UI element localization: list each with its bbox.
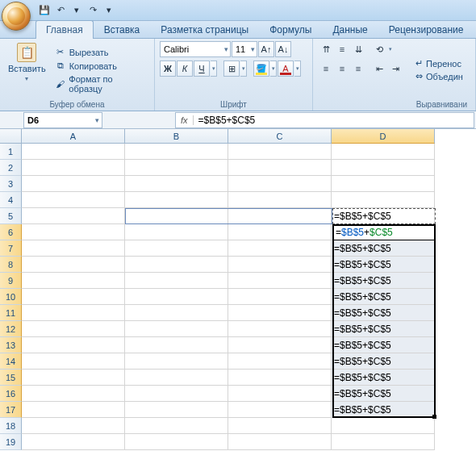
cell[interactable] [125, 337, 228, 353]
cell[interactable] [332, 434, 435, 450]
cell[interactable] [22, 305, 125, 321]
row-header[interactable]: 8 [0, 257, 22, 273]
active-cell[interactable]: =$B$5+$C$5 [332, 224, 436, 240]
cell[interactable] [125, 353, 228, 370]
cell[interactable] [22, 240, 125, 257]
align-right-icon[interactable]: ≡ [350, 61, 366, 77]
row-header[interactable]: 19 [0, 434, 22, 450]
cell[interactable] [125, 370, 228, 386]
cell[interactable] [125, 208, 228, 224]
cell[interactable] [22, 370, 125, 386]
cell[interactable] [228, 257, 332, 273]
undo-icon[interactable]: ↶ [53, 3, 68, 18]
row-header[interactable]: 11 [0, 305, 22, 321]
font-color-button[interactable]: A [278, 61, 294, 77]
cell[interactable] [125, 434, 228, 450]
cell[interactable] [228, 353, 332, 370]
cell[interactable] [22, 257, 125, 273]
cell[interactable]: =$B$5+$C$5 [332, 370, 435, 386]
cell[interactable] [22, 192, 125, 208]
cell[interactable] [22, 176, 125, 192]
cell[interactable] [228, 434, 332, 450]
orientation-dropdown[interactable]: ▾ [387, 41, 394, 57]
cell[interactable] [228, 240, 332, 257]
tab-formulas[interactable]: Формулы [259, 20, 322, 39]
cell[interactable] [332, 160, 435, 176]
align-center-icon[interactable]: ≡ [334, 61, 350, 77]
tab-data[interactable]: Данные [322, 20, 378, 39]
qat-customize-icon[interactable]: ▾ [102, 3, 116, 18]
cell[interactable] [332, 192, 435, 208]
row-header[interactable]: 9 [0, 273, 22, 289]
italic-button[interactable]: К [177, 61, 193, 77]
cell[interactable] [22, 386, 125, 402]
row-header[interactable]: 3 [0, 176, 22, 192]
border-button[interactable]: ⊞ [223, 61, 240, 77]
row-header[interactable]: 18 [0, 418, 22, 434]
row-header[interactable]: 13 [0, 337, 22, 353]
col-header[interactable]: B [125, 129, 228, 144]
cut-button[interactable]: ✂Вырезать [52, 46, 149, 59]
cell[interactable] [228, 160, 332, 176]
cell[interactable] [228, 386, 332, 402]
cell[interactable] [22, 144, 125, 160]
cell[interactable] [125, 257, 228, 273]
cell[interactable] [228, 144, 332, 160]
cell[interactable] [125, 273, 228, 289]
cell[interactable] [228, 224, 332, 240]
row-header[interactable]: 1 [0, 144, 22, 160]
row-header[interactable]: 14 [0, 353, 22, 370]
cell[interactable] [228, 176, 332, 192]
cell[interactable] [125, 224, 228, 240]
cell[interactable]: =$B$5+$C$5 [332, 337, 435, 353]
cell[interactable] [22, 418, 125, 434]
cell[interactable] [228, 370, 332, 386]
cell[interactable] [228, 289, 332, 305]
cell[interactable] [22, 208, 125, 224]
cell[interactable] [125, 240, 228, 257]
select-all-button[interactable] [0, 129, 22, 144]
cell[interactable] [228, 208, 332, 224]
cell[interactable] [125, 386, 228, 402]
cell[interactable] [125, 144, 228, 160]
cell[interactable] [125, 289, 228, 305]
cell[interactable] [332, 144, 435, 160]
fill-color-dropdown[interactable]: ▾ [270, 61, 277, 77]
col-header[interactable]: C [228, 129, 332, 144]
cell[interactable]: =$B$5+$C$5 [332, 321, 435, 337]
cell[interactable]: =$B$5+$C$5 [332, 305, 435, 321]
cell[interactable] [22, 224, 125, 240]
paste-dropdown-icon[interactable]: ▾ [25, 75, 28, 82]
font-name-select[interactable]: Calibri [160, 41, 231, 57]
cell[interactable] [125, 176, 228, 192]
orientation-icon[interactable]: ⟲ [371, 41, 387, 57]
tab-layout[interactable]: Разметка страницы [150, 20, 259, 39]
cell[interactable] [22, 337, 125, 353]
cell[interactable] [125, 160, 228, 176]
row-header[interactable]: 12 [0, 321, 22, 337]
underline-button[interactable]: Ч [194, 61, 210, 77]
col-header[interactable]: D [332, 129, 435, 144]
cell[interactable] [228, 321, 332, 337]
cell[interactable]: =$B$5+$C$5 [332, 257, 435, 273]
cell[interactable]: =$B$5+$C$5 [332, 386, 435, 402]
cell[interactable] [125, 321, 228, 337]
cell[interactable]: =$B$5+$C$5 [332, 289, 435, 305]
wrap-text-button[interactable]: ↵Перенос [413, 57, 466, 69]
font-size-select[interactable]: 11 [232, 41, 257, 57]
cell[interactable] [332, 418, 435, 434]
cells-grid[interactable]: =$B$5+$C$5 =$B$5+$C$5=$B$5+$C$5=$B$5+$C$… [22, 144, 435, 450]
cell[interactable] [228, 402, 332, 418]
save-icon[interactable]: 💾 [37, 3, 52, 18]
font-color-dropdown[interactable]: ▾ [294, 61, 301, 77]
row-header[interactable]: 2 [0, 160, 22, 176]
office-button[interactable] [2, 2, 31, 31]
border-dropdown[interactable]: ▾ [240, 61, 247, 77]
row-header[interactable]: 4 [0, 192, 22, 208]
fx-icon[interactable]: fx [176, 115, 194, 125]
row-header[interactable]: 15 [0, 370, 22, 386]
fill-color-button[interactable]: 🪣 [253, 61, 269, 77]
tab-insert[interactable]: Вставка [94, 20, 151, 39]
cell[interactable] [125, 305, 228, 321]
underline-dropdown[interactable]: ▾ [211, 61, 217, 77]
